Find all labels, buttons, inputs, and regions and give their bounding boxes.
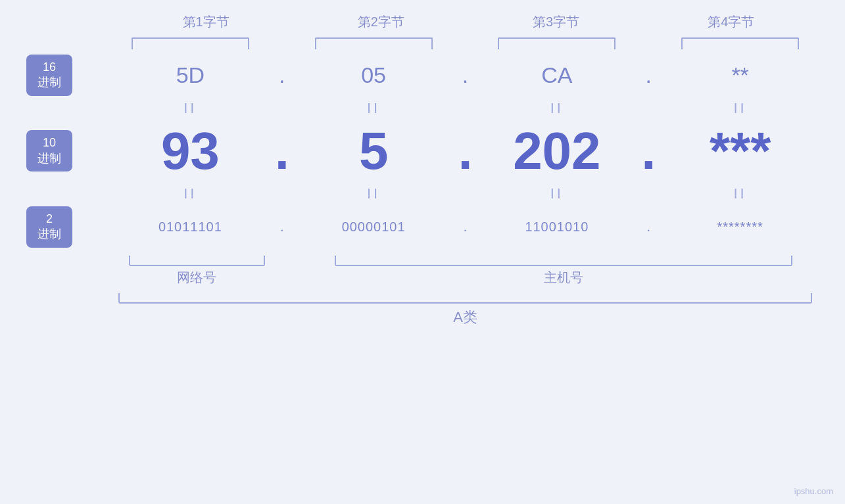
bracket-3 — [498, 37, 616, 49]
dec-b4: *** — [662, 121, 819, 181]
eq-2: II — [295, 100, 452, 117]
watermark: ipshu.com — [794, 486, 833, 496]
hex-b1: 5D — [112, 62, 269, 88]
hex-row: 16 进制 5D . 05 . CA . ** — [26, 55, 819, 96]
bin-val-3: 11001010 — [525, 219, 589, 234]
dec-b3: 202 — [479, 121, 636, 181]
bin-label-container: 2 进制 — [26, 206, 112, 248]
host-bracket — [335, 256, 792, 266]
class-label-container: A类 — [26, 308, 819, 327]
bin-badge-num: 2 — [34, 212, 64, 227]
dec-b2: 5 — [295, 121, 452, 181]
bracket-cell-4 — [662, 37, 819, 49]
net-label: 网络号 — [112, 269, 282, 286]
bin-row: 2 进制 01011101 . 00000101 . 11001010 . **… — [26, 206, 819, 248]
hex-dot-1: . — [269, 62, 295, 88]
class-label: A类 — [453, 309, 477, 325]
hex-label-container: 16 进制 — [26, 55, 112, 96]
hex-badge-text: 进制 — [34, 75, 64, 90]
dec-dot-2: . — [452, 121, 479, 181]
dec-label-container: 10 进制 — [26, 130, 112, 172]
dec-cells: 93 . 5 . 202 . *** — [112, 121, 819, 181]
col-header-2: 第2字节 — [293, 13, 468, 31]
hex-val-2: 05 — [361, 62, 386, 87]
bin-badge: 2 进制 — [26, 206, 72, 248]
dec-val-3: 202 — [513, 122, 600, 180]
dec-dot-1: . — [269, 121, 295, 181]
bottom-bracket-row — [26, 256, 819, 266]
bracket-cell-1 — [112, 37, 269, 49]
bin-badge-text: 进制 — [34, 227, 64, 242]
dec-badge-num: 10 — [34, 135, 64, 150]
dec-val-2: 5 — [359, 122, 389, 180]
bracket-4 — [681, 37, 799, 49]
eq2-4: II — [662, 185, 819, 202]
dec-badge: 10 进制 — [26, 130, 72, 172]
equals-row-2: II II II II — [26, 185, 819, 202]
col-header-4: 第4字节 — [644, 13, 819, 31]
col-header-1: 第1字节 — [118, 13, 293, 31]
bracket-1 — [132, 37, 249, 49]
equals-row-1: II II II II — [26, 100, 819, 117]
class-bracket-container — [26, 293, 819, 304]
hex-b2: 05 — [295, 62, 452, 88]
hex-b4: ** — [662, 62, 819, 88]
net-bracket — [129, 256, 265, 266]
bin-val-2: 00000101 — [342, 219, 406, 234]
hex-dot-3: . — [635, 62, 662, 88]
bin-b4: ******** — [662, 219, 819, 235]
dec-dot-3: . — [635, 121, 662, 181]
hex-cells: 5D . 05 . CA . ** — [112, 62, 819, 88]
hex-dot-2: . — [452, 62, 479, 88]
hex-val-1: 5D — [176, 62, 205, 87]
class-bracket — [118, 293, 812, 304]
bracket-2 — [315, 37, 433, 49]
bin-val-4: ******** — [717, 219, 763, 234]
main-container: 第1字节 第2字节 第3字节 第4字节 16 进制 — [0, 0, 845, 504]
bracket-cell-2 — [295, 37, 452, 49]
hex-badge: 16 进制 — [26, 55, 72, 96]
eq2-3: II — [479, 185, 636, 202]
dec-row: 10 进制 93 . 5 . 202 . *** — [26, 121, 819, 181]
hex-val-4: ** — [731, 62, 748, 87]
bracket-cell-3 — [479, 37, 636, 49]
col-header-3: 第3字节 — [469, 13, 644, 31]
bin-val-1: 01011101 — [158, 219, 222, 234]
eq2-1: II — [112, 185, 269, 202]
bin-dot-3: . — [635, 219, 662, 235]
dec-val-1: 93 — [161, 122, 220, 180]
dec-val-4: *** — [710, 122, 771, 180]
eq-3: II — [479, 100, 636, 117]
eq-1: II — [112, 100, 269, 117]
dec-b1: 93 — [112, 121, 269, 181]
top-brackets — [26, 37, 819, 49]
host-bracket-wrap — [308, 256, 819, 266]
net-host-label-row: 网络号 主机号 — [26, 269, 819, 286]
bin-cells: 01011101 . 00000101 . 11001010 . *******… — [112, 219, 819, 235]
net-bracket-wrap — [112, 256, 282, 266]
bin-b1: 01011101 — [112, 219, 269, 235]
bin-dot-2: . — [452, 219, 479, 235]
bin-dot-1: . — [269, 219, 295, 235]
hex-badge-num: 16 — [34, 60, 64, 75]
dec-badge-text: 进制 — [34, 151, 64, 166]
host-label: 主机号 — [308, 269, 819, 286]
eq-4: II — [662, 100, 819, 117]
bin-b2: 00000101 — [295, 219, 452, 235]
header-row: 第1字节 第2字节 第3字节 第4字节 — [26, 13, 819, 31]
bin-b3: 11001010 — [479, 219, 636, 235]
eq2-2: II — [295, 185, 452, 202]
hex-val-3: CA — [541, 62, 572, 87]
hex-b3: CA — [479, 62, 636, 88]
